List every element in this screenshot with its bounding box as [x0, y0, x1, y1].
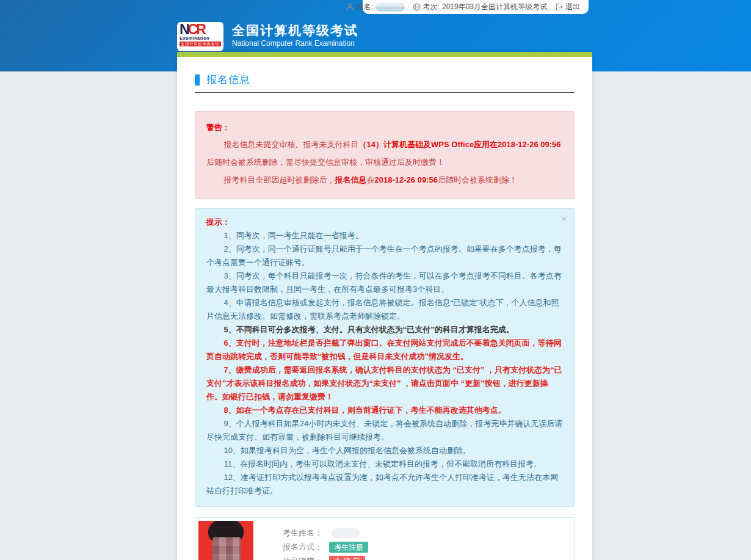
status-badge: 考生注册: [329, 542, 368, 553]
site-subtitle: National Computer Rank Examination: [232, 38, 358, 48]
ncre-logo-examination: Examination: [180, 35, 221, 41]
tip-item: 7、缴费成功后，需要返回报名系统，确认支付科目的支付状态为 “已支付” ，只有支…: [206, 363, 563, 404]
candidate-fields: 考生姓名：报名方式：考生注册信息锁定：未 锁 定审核状态：未 提 交支付状态：全…: [283, 521, 368, 560]
candidate-panel: 考生姓名：报名方式：考生注册信息锁定：未 锁 定审核状态：未 提 交支付状态：全…: [195, 517, 575, 560]
clock-icon: [413, 3, 421, 11]
tip-item: 6、支付时，注意地址栏是否拦截了弹出窗口。在支付网站支付完成后不要着急关闭页面，…: [206, 336, 563, 363]
page-title: 报名信息: [206, 73, 250, 87]
logout-label[interactable]: 退出: [565, 2, 580, 12]
site-title: 全国计算机等级考试: [232, 23, 358, 38]
user-topbar: 姓名: 考次: 2019年03月全国计算机等级考试 退出: [363, 0, 589, 14]
tip-item: 9、个人报考科目如果24小时内未支付、未锁定，将会被系统自动删除，报考完毕并确认…: [206, 417, 563, 444]
status-badge: 未 锁 定: [329, 556, 365, 560]
tip-item: 11、在报名时间内，考生可以取消未支付、未锁定科目的报考，但不能取消所有科目报考…: [206, 457, 563, 471]
warning-box: 警告： 报名信息未提交审核。报考未支付科目（14）计算机基础及WPS Offic…: [195, 111, 575, 199]
tips-box: × 提示： 1、同考次，同一考生只能在一省报考。2、同考次，同一个通行证账号只能…: [195, 208, 575, 507]
tip-item: 10、如果报考科目为空，考生个人网报的报名信息会被系统自动删除。: [206, 444, 563, 457]
tips-heading: 提示：: [206, 216, 563, 229]
session-item: 考次: 2019年03月全国计算机等级考试: [413, 2, 547, 12]
main-content: 报名信息 警告： 报名信息未提交审核。报考未支付科目（14）计算机基础及WPS …: [177, 52, 592, 560]
tip-item: 2、同考次，同一个通行证账号只能用于一个考生在一个考点的报考。如果要在多个考点报…: [206, 242, 563, 269]
field-row: 信息锁定：未 锁 定: [283, 555, 368, 560]
user-name-label: 姓名:: [356, 2, 372, 12]
logout-button[interactable]: 退出: [555, 2, 580, 12]
tip-item: 5、不同科目可分多次报考、支付。只有支付状态为“已支付”的科目才算报名完成。: [206, 323, 563, 336]
section-underline: [195, 92, 575, 93]
session-value: 2019年03月全国计算机等级考试: [442, 2, 547, 12]
tip-item: 12、准考证打印方式以报考考点设置为准，如考点不允许考生个人打印准考证，考生无法…: [206, 471, 563, 498]
tip-item: 4、申请报名信息审核或发起支付，报名信息将被锁定。报名信息“已锁定”状态下，个人…: [206, 296, 563, 323]
blurred-value: [332, 528, 360, 538]
logout-icon: [555, 3, 563, 11]
user-name-item: 姓名:: [346, 2, 404, 12]
field-row: 报名方式：考生注册: [283, 540, 368, 553]
section-title-row: 报名信息: [195, 73, 575, 87]
ncre-logo: NCR Examination 全国计算机等级考试: [177, 22, 223, 51]
warning-paragraph: 报考科目全部因超时被删除后，报名信息在2018-12-26 09:56后随时会被…: [206, 171, 563, 189]
user-name-blurred: [376, 2, 405, 12]
section-title-accent: [195, 75, 200, 85]
tip-item: 3、同考次，每个科目只能报考一次，符合条件的考生，可以在多个考点报考不同科目。各…: [206, 269, 563, 296]
warning-paragraphs: 报名信息未提交审核。报考未支付科目（14）计算机基础及WPS Office应用在…: [206, 136, 563, 189]
ncre-logo-strip: 全国计算机等级考试: [180, 42, 221, 46]
field-label: 信息锁定：: [283, 556, 329, 560]
tip-item: 1、同考次，同一考生只能在一省报考。: [206, 229, 563, 242]
warning-paragraph: 报名信息未提交审核。报考未支付科目（14）计算机基础及WPS Office应用在…: [206, 136, 563, 171]
tips-list: 1、同考次，同一考生只能在一省报考。2、同考次，同一个通行证账号只能用于一个考生…: [206, 229, 563, 498]
field-row: 考生姓名：: [283, 526, 368, 539]
photo-blurred-face: [212, 537, 241, 560]
ncre-logo-letters: NCR: [180, 23, 221, 35]
close-icon[interactable]: ×: [561, 214, 567, 223]
field-label: 考生姓名：: [283, 528, 329, 539]
session-label: 考次:: [423, 2, 440, 12]
green-accent-bar: [177, 52, 592, 57]
field-label: 报名方式：: [283, 542, 329, 553]
user-icon: [346, 3, 354, 11]
tip-item: 8、如在一个考点存在已支付科目，则当前通行证下，考生不能再改选其他考点。: [206, 404, 563, 417]
candidate-photo: [198, 521, 253, 560]
warning-heading: 警告：: [206, 120, 563, 136]
